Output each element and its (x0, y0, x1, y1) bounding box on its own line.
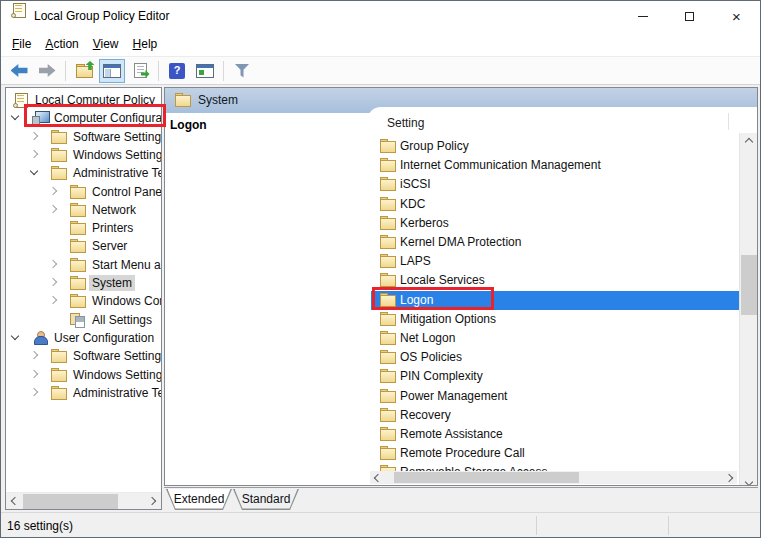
menu-help[interactable]: Help (126, 34, 165, 54)
menu-bar: FileActionViewHelp (1, 31, 760, 56)
folder-icon (51, 130, 67, 144)
list-item-kdc[interactable]: KDC (371, 195, 739, 214)
scroll-left-arrow[interactable] (6, 493, 21, 509)
list-item-locale-services[interactable]: Locale Services (371, 271, 739, 290)
list-item-label: Remote Procedure Call (400, 446, 525, 460)
list-item-net-logon[interactable]: Net Logon (371, 329, 739, 348)
status-divider (668, 516, 669, 535)
folder-icon (380, 350, 396, 364)
tree-item-network[interactable]: Network (6, 201, 161, 219)
policy-scroll-icon (13, 93, 28, 108)
setting-column-header[interactable]: Setting (387, 116, 424, 130)
folder-icon (380, 427, 396, 441)
tree-item-windows-settings[interactable]: Windows Settings (6, 146, 161, 164)
tree-item-software-settings[interactable]: Software Settings (6, 128, 161, 146)
show-console-tree-button[interactable] (99, 59, 125, 83)
show-action-pane-button[interactable] (192, 59, 218, 83)
tree-item-system[interactable]: System (6, 274, 161, 292)
folder-icon (380, 331, 396, 345)
folder-icon (70, 203, 86, 217)
list-item-remote-procedure-call[interactable]: Remote Procedure Call (371, 444, 739, 463)
expand-chevron-icon[interactable] (30, 369, 38, 377)
list-item-label: Locale Services (400, 273, 485, 287)
list-item-removable-storage-access[interactable]: Removable Storage Access (371, 463, 739, 471)
export-list-icon (134, 63, 147, 78)
collapse-chevron-icon[interactable] (11, 112, 19, 120)
filter-button[interactable] (229, 59, 255, 83)
list-item-label: Power Management (400, 389, 507, 403)
toolbar-separator (65, 61, 66, 81)
up-one-level-button[interactable] (71, 59, 97, 83)
list-item-kerberos[interactable]: Kerberos (371, 214, 739, 233)
tab-standard[interactable]: Standard (233, 489, 299, 510)
tree-item-software-settings[interactable]: Software Settings (6, 347, 161, 365)
minimize-icon (638, 16, 648, 17)
tree-item-administrative-templates[interactable]: Administrative Templates (6, 164, 161, 182)
scroll-right-arrow[interactable] (146, 493, 161, 509)
expand-chevron-icon[interactable] (30, 351, 38, 359)
tree-item-computer-configuration[interactable]: Computer Configuration (6, 109, 161, 127)
tree-hscroll-thumb[interactable] (23, 494, 118, 509)
export-list-button[interactable] (127, 59, 153, 83)
maximize-button[interactable] (666, 1, 713, 31)
close-button[interactable]: × (713, 1, 760, 31)
tree-item-control-panel[interactable]: Control Panel (6, 183, 161, 201)
list-hscroll-thumb[interactable] (394, 472, 579, 483)
list-vscroll-thumb[interactable] (741, 255, 757, 315)
list-item-laps[interactable]: LAPS (371, 252, 739, 271)
list-item-logon[interactable]: Logon (371, 291, 739, 310)
expand-chevron-icon[interactable] (30, 388, 38, 396)
scroll-up-arrow[interactable] (740, 133, 757, 148)
list-item-recovery[interactable]: Recovery (371, 406, 739, 425)
tree-item-printers[interactable]: Printers (6, 219, 161, 237)
collapse-chevron-icon[interactable] (11, 332, 19, 340)
expand-chevron-icon[interactable] (49, 296, 57, 304)
folder-up-icon (76, 64, 93, 77)
menu-view[interactable]: View (86, 34, 126, 54)
folder-icon (175, 93, 191, 107)
help-icon (169, 63, 185, 79)
list-item-mitigation-options[interactable]: Mitigation Options (371, 310, 739, 329)
list-item-power-management[interactable]: Power Management (371, 387, 739, 406)
tree-item-all-settings[interactable]: All Settings (6, 311, 161, 329)
tree-item-start-menu-and-taskbar[interactable]: Start Menu and Taskbar (6, 256, 161, 274)
tree-item-label: Start Menu and Taskbar (89, 257, 161, 273)
tree-item-label: Network (89, 202, 139, 218)
collapse-chevron-icon[interactable] (30, 167, 38, 175)
expand-chevron-icon[interactable] (49, 186, 57, 194)
forward-button[interactable] (34, 59, 60, 83)
list-item-internet-communication-management[interactable]: Internet Communication Management (371, 156, 739, 175)
list-vertical-scrollbar[interactable] (739, 133, 757, 486)
list-item-remote-assistance[interactable]: Remote Assistance (371, 425, 739, 444)
expand-chevron-icon[interactable] (30, 150, 38, 158)
list-item-iscsi[interactable]: iSCSI (371, 175, 739, 194)
tree-item-local-computer-policy[interactable]: Local Computer Policy (6, 91, 161, 109)
window-title: Local Group Policy Editor (34, 9, 169, 23)
expand-chevron-icon[interactable] (49, 205, 57, 213)
list-item-group-policy[interactable]: Group Policy (371, 137, 739, 156)
menu-action[interactable]: Action (38, 34, 85, 54)
expand-chevron-icon[interactable] (30, 131, 38, 139)
column-divider[interactable] (728, 113, 729, 130)
scroll-down-arrow[interactable] (740, 476, 757, 486)
list-horizontal-scrollbar[interactable] (370, 471, 737, 484)
list-item-kernel-dma-protection[interactable]: Kernel DMA Protection (371, 233, 739, 252)
scroll-left-arrow[interactable] (370, 471, 383, 484)
menu-file[interactable]: File (5, 34, 38, 54)
tree-item-windows-components[interactable]: Windows Components (6, 292, 161, 310)
scroll-right-arrow[interactable] (724, 471, 737, 484)
tree-item-administrative-templates[interactable]: Administrative Templates (6, 384, 161, 402)
tree-item-label: Administrative Templates (70, 165, 161, 181)
back-button[interactable] (6, 59, 32, 83)
tree-item-user-configuration[interactable]: User Configuration (6, 329, 161, 347)
minimize-button[interactable] (619, 1, 666, 31)
list-item-os-policies[interactable]: OS Policies (371, 348, 739, 367)
list-item-pin-complexity[interactable]: PIN Complexity (371, 367, 739, 386)
tab-extended[interactable]: Extended (166, 489, 232, 510)
tree-item-windows-settings[interactable]: Windows Settings (6, 366, 161, 384)
help-button[interactable] (164, 59, 190, 83)
expand-chevron-icon[interactable] (49, 278, 57, 286)
expand-chevron-icon[interactable] (49, 259, 57, 267)
tree-item-server[interactable]: Server (6, 237, 161, 255)
tree-horizontal-scrollbar[interactable] (6, 492, 161, 509)
